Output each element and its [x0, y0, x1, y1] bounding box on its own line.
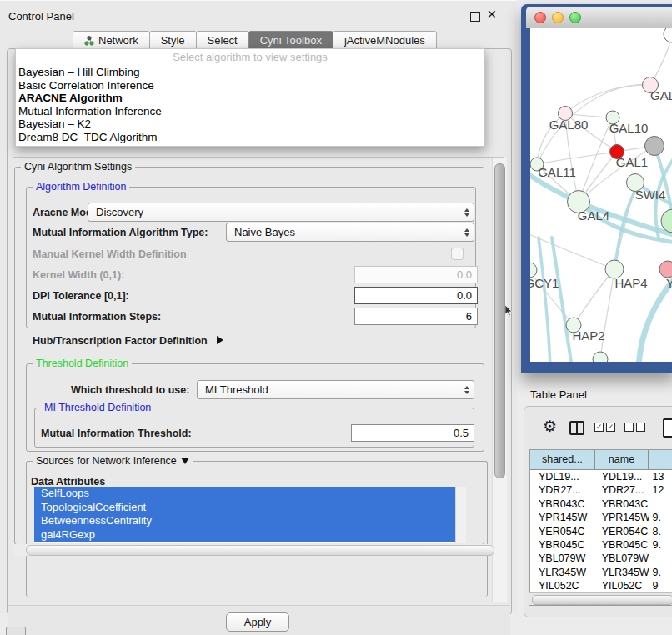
node-label: GCY1 [530, 276, 559, 290]
zoom-window-button[interactable] [569, 12, 581, 23]
table-hscrollbar-track[interactable] [529, 592, 672, 605]
table-body: YDL19...YDL19...13YDR27...YDR27...12YBR0… [530, 470, 672, 593]
table-row[interactable]: YER054CYER054C8. [530, 525, 672, 538]
table-row[interactable]: YBR045CYBR045C9. [530, 538, 672, 552]
table-cell: YER054C [595, 525, 649, 538]
mi-threshold-input[interactable]: 0.5 [351, 424, 474, 442]
table-row[interactable]: YBL079WYBL079W [530, 552, 672, 565]
attribute-item[interactable]: TopologicalCoefficient [34, 501, 455, 515]
network-node[interactable] [645, 137, 664, 156]
network-node[interactable] [661, 209, 672, 232]
combo-arrows-icon [460, 228, 474, 237]
select-all-checkbox-icon[interactable]: ✓ [594, 422, 604, 432]
table-cell: 9. [649, 566, 672, 579]
table-cell: 13 [649, 470, 672, 483]
sources-toggle[interactable]: Sources for Network Inference [33, 455, 193, 467]
table-row[interactable]: YBR043CYBR043C [530, 498, 672, 511]
node-label: GAL80 [549, 118, 589, 132]
attribute-item[interactable]: BetweennessCentrality [34, 514, 455, 528]
dpi-tolerance-input[interactable]: 0.0 [354, 287, 478, 304]
table-cell: 9. [649, 511, 672, 524]
node-label: GAL [650, 88, 672, 102]
table-row[interactable]: YPR145WYPR145W9. [530, 511, 672, 524]
network-node[interactable] [659, 261, 672, 278]
network-node[interactable] [593, 352, 608, 362]
table-cell: YIL052C [595, 579, 649, 592]
table-header-row: shared... name [530, 450, 672, 470]
algorithm-select-popup: Select algorithm to view settings Bayesi… [15, 48, 485, 147]
split-view-icon[interactable] [569, 421, 584, 435]
column-header-partial[interactable] [649, 450, 672, 469]
threshold-value: MI Threshold [198, 383, 460, 396]
settings-hscrollbar-thumb[interactable] [26, 545, 494, 556]
table-row[interactable]: YDL19...YDL19...13 [530, 470, 672, 483]
node-label: SWI4 [635, 188, 666, 202]
node-label: GAL10 [609, 121, 649, 135]
tab-network[interactable]: Network [73, 31, 150, 50]
attribute-item[interactable]: gal4RGexp [34, 528, 455, 542]
tab-jactivemnodules[interactable]: jActiveMNodules [333, 31, 437, 50]
mi-steps-input[interactable]: 6 [354, 308, 478, 325]
node-table: shared... name YDL19...YDL19...13YDR27..… [529, 449, 672, 606]
table-cell: 9. [649, 538, 672, 552]
table-cell: 8. [649, 525, 672, 538]
table-row[interactable]: YDR27...YDR27...12 [530, 483, 672, 497]
table-cell: YLR345W [595, 566, 649, 579]
apply-button[interactable]: Apply [226, 612, 289, 632]
table-row[interactable]: YLR345WYLR345W9. [530, 566, 672, 579]
clear-selection-checkbox-icon[interactable] [624, 422, 634, 432]
minimize-window-button[interactable] [552, 12, 564, 23]
network-canvas[interactable]: GALGAL80GAL10GAL1GAL11SWI4GAL4GCY1HAP4YH… [530, 28, 672, 362]
node-label: GAL1 [616, 155, 648, 169]
table-panel-title: Table Panel [530, 388, 587, 401]
algorithm-option[interactable]: Mutual Information Inference [18, 105, 484, 118]
threshold-select[interactable]: MI Threshold [197, 380, 474, 399]
algorithm-option[interactable]: ARACNE Algorithm [18, 92, 484, 105]
table-settings-gear-icon[interactable]: ⚙ [543, 418, 557, 434]
control-panel-tab-bar: Network Style Select Cyni Toolbox jActiv… [73, 31, 437, 48]
attribute-item[interactable]: SelfLoops [34, 487, 455, 501]
node-label: HAP4 [614, 276, 647, 290]
algorithm-select-prompt: Select algorithm to view settings [16, 49, 484, 66]
window-title-bar[interactable] [526, 7, 672, 28]
tab-cyni-toolbox[interactable]: Cyni Toolbox [248, 31, 333, 50]
network-tab-icon [84, 36, 94, 46]
data-attributes-list[interactable]: SelfLoopsTopologicalCoefficientBetweenne… [34, 487, 465, 543]
node-label: GAL4 [578, 208, 609, 222]
tab-select-label: Select [208, 32, 238, 49]
table-cell: YBR043C [530, 498, 595, 511]
algorithm-option[interactable]: Basic Correlation Inference [18, 79, 484, 92]
control-panel: Control Panel ✕ Network Style Select [0, 0, 517, 613]
algorithm-option[interactable]: Dream8 DC_TDC Algorithm [18, 131, 484, 144]
table-cell: YIL052C [530, 579, 595, 592]
select-all-checkbox-icon[interactable]: ✓ [606, 422, 615, 432]
tab-network-label: Network [98, 32, 138, 49]
float-panel-icon[interactable] [470, 12, 480, 22]
attributes-scrollbar[interactable] [455, 487, 466, 543]
column-header-name[interactable]: name [595, 450, 649, 469]
table-hscrollbar-thumb[interactable] [532, 595, 672, 605]
manual-kernel-width-checkbox[interactable] [451, 248, 464, 260]
mi-algorithm-type-select[interactable]: Naive Bayes [226, 222, 474, 242]
file-icon[interactable] [663, 418, 672, 438]
column-header-shared-name[interactable]: shared... [530, 450, 595, 469]
restore-panel-button[interactable] [6, 627, 26, 635]
tab-style[interactable]: Style [149, 31, 197, 50]
settings-vscrollbar-thumb[interactable] [494, 163, 505, 478]
tab-select[interactable]: Select [196, 31, 249, 50]
algorithm-option[interactable]: Bayesian – K2 [18, 118, 484, 131]
hub-definition-toggle[interactable]: Hub/Transcription Factor Definition [33, 335, 223, 347]
table-row[interactable]: YIL052CYIL052C9 [530, 579, 672, 592]
network-node[interactable] [664, 28, 672, 42]
algorithm-option[interactable]: Bayesian – Hill Climbing [18, 66, 484, 79]
clear-selection-checkbox-icon[interactable] [636, 422, 645, 432]
close-panel-icon[interactable]: ✕ [487, 8, 497, 21]
table-cell [649, 552, 672, 565]
data-attributes-label: Data Attributes [31, 476, 105, 488]
which-threshold-label: Which threshold to use: [71, 384, 189, 396]
expand-arrow-icon [217, 336, 223, 344]
combo-arrows-icon [460, 386, 474, 394]
close-window-button[interactable] [534, 12, 546, 23]
threshold-definition-title: Threshold Definition [33, 358, 132, 369]
aracne-mode-select[interactable]: Discovery [88, 202, 474, 222]
